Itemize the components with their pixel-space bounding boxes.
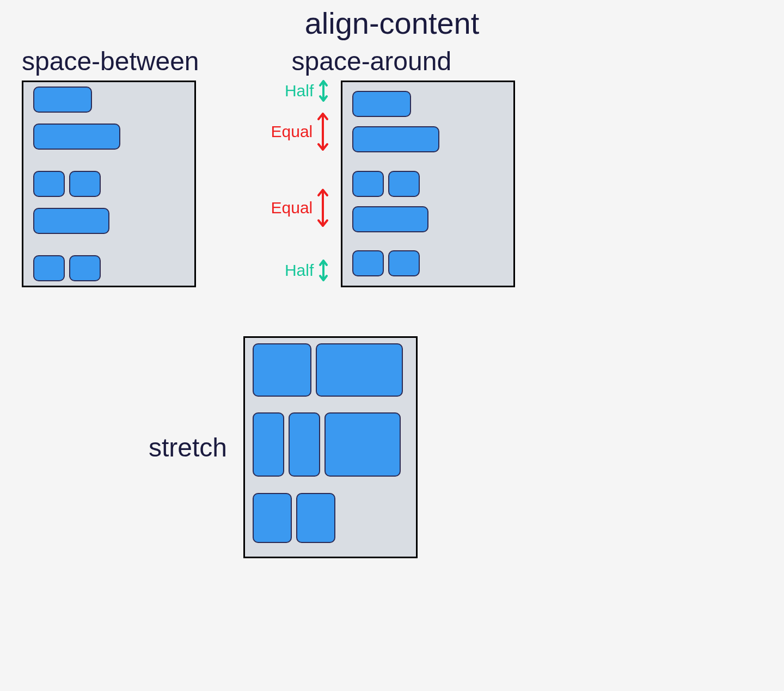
flex-item (33, 171, 65, 197)
flex-item (316, 343, 403, 397)
annotation-label: Equal (271, 199, 313, 217)
page-title: align-content (0, 0, 784, 41)
annotation-label: Half (285, 261, 314, 280)
flex-item (324, 412, 401, 477)
double-arrow-icon (316, 188, 330, 227)
annotation-half-bottom: Half (285, 260, 330, 281)
double-arrow-icon (317, 80, 330, 102)
example-space-around: space-around Half Equal Equal (341, 46, 515, 287)
annotation-half-top: Half (285, 80, 330, 102)
example-space-between: space-between (22, 46, 199, 287)
flex-item (253, 493, 292, 543)
annotation-label: Half (285, 82, 314, 100)
flex-item (352, 171, 384, 197)
annotation-equal-1: Equal (271, 102, 330, 162)
flex-item (253, 343, 311, 397)
flex-item (352, 206, 428, 232)
flex-item (388, 250, 420, 276)
flex-item (69, 255, 101, 281)
container-space-around (341, 81, 515, 287)
flex-item (352, 91, 411, 117)
flex-item (33, 87, 92, 113)
container-space-between (22, 81, 196, 287)
label-space-between: space-between (22, 46, 199, 76)
label-space-around: space-around (292, 46, 515, 76)
flex-item (33, 208, 109, 234)
flex-item (289, 412, 320, 477)
flex-item (253, 412, 284, 477)
flex-item (33, 124, 120, 150)
flex-item (352, 126, 439, 152)
label-stretch: stretch (149, 433, 227, 462)
double-arrow-icon (317, 260, 330, 281)
flex-item (388, 171, 420, 197)
annotation-equal-2: Equal (271, 178, 330, 238)
double-arrow-icon (316, 112, 330, 151)
flex-item (296, 493, 335, 543)
annotation-label: Equal (271, 122, 313, 141)
flex-item (69, 171, 101, 197)
container-stretch (243, 336, 418, 558)
flex-item (352, 250, 384, 276)
example-stretch: stretch (0, 336, 784, 558)
flex-item (33, 255, 65, 281)
